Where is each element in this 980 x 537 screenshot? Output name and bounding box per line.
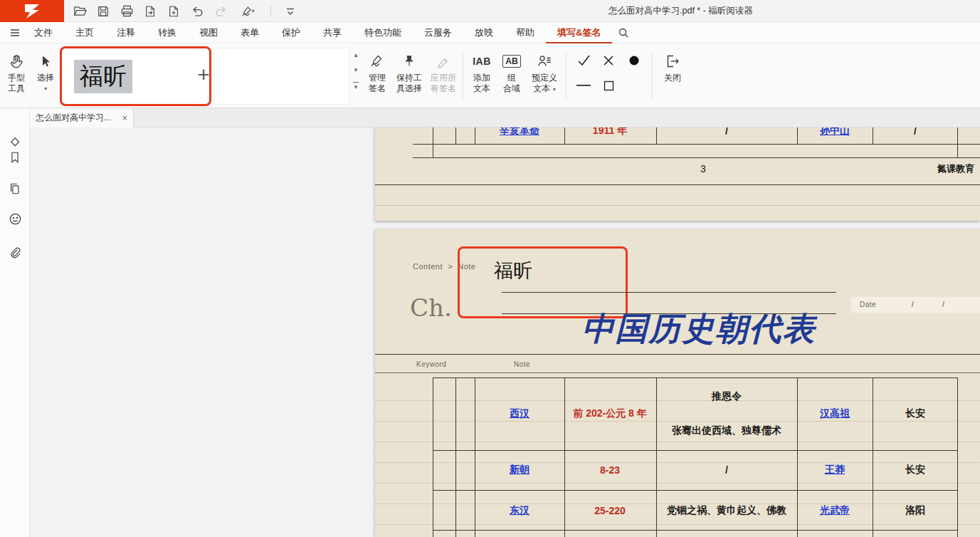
chapter-label: Ch. — [410, 293, 452, 322]
tab-help[interactable]: 帮助 — [505, 22, 546, 43]
date-label: Date — [860, 301, 876, 308]
ribbon-divider — [652, 52, 653, 99]
attachments-panel-button[interactable] — [7, 245, 23, 261]
toolbar-divider — [270, 6, 271, 17]
new-document-button[interactable] — [167, 4, 181, 19]
tab-close-icon[interactable]: × — [122, 113, 127, 123]
pdf-page-2: Content > Note 福昕 Ch. Date / / 中国历史朝代表 K… — [375, 229, 980, 537]
square-outline-icon — [604, 80, 614, 91]
window-title: 怎么面对高中学习.pdf * - 福昕阅读器 — [608, 0, 753, 22]
navigation-sidebar — [0, 108, 30, 537]
tab-convert[interactable]: 转换 — [147, 22, 188, 43]
tab-view[interactable]: 视图 — [188, 22, 229, 43]
save-button[interactable] — [96, 4, 110, 19]
scroll-down-icon[interactable]: ▼ — [353, 67, 359, 73]
keep-tool-selected-button[interactable]: 保持工 具选择 — [392, 49, 426, 94]
tab-fill-sign[interactable]: 填写&签名 — [546, 22, 612, 43]
open-file-button[interactable] — [73, 4, 87, 19]
history-link[interactable]: 辛亥革命 — [500, 127, 539, 137]
menubar: 文件 主页 注释 转换 视图 表单 保护 共享 特色功能 云服务 放映 帮助 填… — [0, 22, 980, 43]
redo-button[interactable] — [214, 4, 228, 19]
tab-cloud[interactable]: 云服务 — [413, 22, 463, 43]
predefined-text-label-2: 文本 — [533, 83, 550, 93]
undo-button[interactable] — [190, 4, 204, 19]
signature-gallery-next[interactable] — [214, 48, 349, 105]
comments-panel-button[interactable] — [7, 211, 23, 226]
date-slash: / — [912, 301, 914, 308]
dynasty-note: 党锢之祸、黄巾起义、佛教 — [667, 504, 786, 517]
redo-icon — [214, 4, 228, 18]
dynasty-years: 前 202-公元 8 年 — [573, 407, 646, 420]
line-icon — [576, 83, 591, 88]
stamp-line-button[interactable] — [574, 75, 594, 95]
add-text-icon: IAB — [473, 49, 491, 73]
founder-link[interactable]: 光武帝 — [820, 504, 850, 517]
gallery-expand-icon[interactable]: ▼ — [353, 82, 359, 90]
manage-signature-button[interactable]: 管理 签名 — [361, 49, 394, 94]
close-fill-sign-button[interactable]: 关闭 — [655, 49, 690, 83]
document-tab[interactable]: 怎么面对高中学习... × — [30, 108, 134, 127]
stamp-cross-button[interactable] — [599, 51, 618, 71]
tab-features[interactable]: 特色功能 — [353, 22, 413, 43]
dynasty-link[interactable]: 新朝 — [510, 464, 529, 476]
combine-field-button[interactable]: AB 组 合域 — [496, 49, 527, 94]
tab-home[interactable]: 主页 — [64, 22, 105, 43]
bookmarks-panel-button[interactable] — [7, 150, 23, 165]
dynasty-capital: 长安 — [905, 407, 925, 420]
add-signature-button[interactable]: + — [195, 63, 212, 87]
hand-tool-button[interactable]: 手型 工具 — [1, 49, 31, 94]
customize-toolbar-button[interactable] — [283, 4, 297, 19]
pages-panel-button[interactable] — [7, 181, 23, 197]
dynasty-capital: 长安 — [905, 464, 925, 476]
history-person-link[interactable]: 孙中山 — [820, 127, 850, 137]
keyword-header: Keyword — [416, 360, 446, 368]
hamburger-menu-icon[interactable] — [7, 22, 23, 43]
signature-preview-text: 福昕 — [74, 60, 132, 93]
dynasty-link[interactable]: 西汉 — [510, 407, 529, 420]
dynasty-link[interactable]: 东汉 — [510, 504, 529, 517]
document-export-icon — [144, 5, 157, 18]
pages-icon — [9, 182, 21, 195]
quick-sign-button[interactable]: ▾ — [237, 4, 258, 19]
document-add-icon — [167, 5, 180, 18]
ribbon-fill-sign: 手型 工具 选择 ▾ 福昕 + ▲ ▼ ▼ 管理 签名 保持工 具选择 — [0, 43, 980, 108]
menu-file[interactable]: 文件 — [23, 22, 64, 43]
document-tab-label: 怎么面对高中学习... — [36, 112, 119, 124]
page-number: 3 — [700, 163, 706, 174]
founder-link[interactable]: 汉高祖 — [820, 407, 850, 420]
founder-link[interactable]: 王莽 — [825, 464, 845, 476]
apply-all-label-2: 有签名 — [431, 83, 456, 94]
ribbon-divider — [463, 52, 463, 99]
write-line — [502, 292, 836, 293]
dynasty-years: 8-23 — [600, 464, 620, 476]
chevron-down-icon: ▾ — [251, 8, 254, 14]
export-document-button[interactable] — [143, 4, 157, 19]
tab-comment[interactable]: 注释 — [105, 22, 147, 43]
exit-icon — [665, 49, 680, 73]
select-tool-button[interactable]: 选择 ▾ — [31, 49, 60, 94]
tab-present[interactable]: 放映 — [463, 22, 505, 43]
foxit-logo[interactable] — [0, 0, 64, 22]
dynasty-years: 25-220 — [594, 505, 626, 516]
document-area[interactable]: 辛亥革命 1911 年 / 孙中山 / 3 氮课教育 Content > Not… — [30, 127, 980, 537]
add-text-button[interactable]: IAB 添加 文本 — [465, 49, 498, 94]
pushpin-icon — [402, 49, 416, 73]
tab-protect[interactable]: 保护 — [270, 22, 312, 43]
predefined-text-button[interactable]: 预定义 文本 ▾ — [526, 49, 563, 95]
cross-icon — [602, 54, 615, 67]
annotation-panel-button[interactable] — [7, 134, 23, 150]
tab-form[interactable]: 表单 — [229, 22, 270, 43]
stamp-check-button[interactable] — [574, 51, 594, 71]
apply-all-label: 应用所 — [431, 73, 456, 83]
customize-chevron-icon — [285, 6, 296, 17]
print-button[interactable] — [120, 4, 134, 19]
bookmark-icon — [9, 151, 21, 164]
tab-share[interactable]: 共享 — [312, 22, 353, 43]
titlebar: ▾ 怎么面对高中学习.pdf * - 福昕阅读器 — [0, 0, 980, 22]
apply-all-signatures-button[interactable]: 应用所 有签名 — [426, 49, 460, 94]
scroll-up-icon[interactable]: ▲ — [353, 52, 359, 58]
search-icon[interactable] — [615, 22, 632, 43]
signature-gallery-selected[interactable]: 福昕 + — [60, 46, 211, 106]
stamp-square-button[interactable] — [599, 75, 618, 95]
stamp-dot-button[interactable] — [624, 51, 644, 71]
